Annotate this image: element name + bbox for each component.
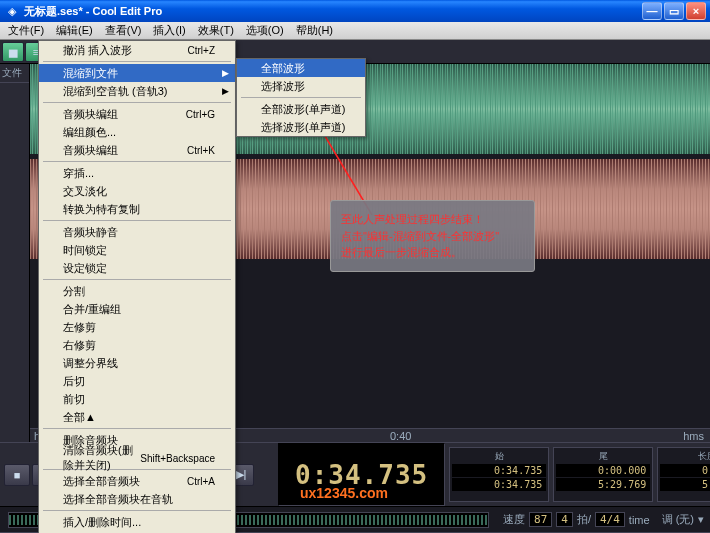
app-icon: ◈ — [4, 3, 20, 19]
menu-item[interactable]: 转换为特有复制 — [39, 200, 235, 218]
menu-options[interactable]: 选项(O) — [240, 21, 290, 40]
menu-file[interactable]: 文件(F) — [2, 21, 50, 40]
beat-label: 拍/ — [577, 512, 591, 527]
menu-item[interactable]: 前切 — [39, 390, 235, 408]
menu-item[interactable]: 音频块静音 — [39, 223, 235, 241]
ruler-tick: 0:40 — [390, 430, 411, 442]
maximize-button[interactable]: ▭ — [664, 2, 684, 20]
menu-item[interactable]: 选择全部音频块Ctrl+A — [39, 472, 235, 490]
menu-item[interactable]: 右修剪 — [39, 336, 235, 354]
mixdown-submenu: 全部波形选择波形全部波形(单声道)选择波形(单声道) — [236, 58, 366, 137]
ruler-unit-right: hms — [683, 430, 704, 442]
sig-value[interactable]: 4/4 — [595, 512, 625, 527]
time-value[interactable]: 0:00.000 — [660, 464, 710, 477]
time-value[interactable]: 0:34.735 — [452, 478, 546, 491]
panel-header: 尾 — [556, 450, 650, 463]
annotation-line: 进行最后一步混缩合成。 — [341, 244, 524, 261]
key-dropdown-icon[interactable]: ▾ — [698, 513, 704, 526]
files-panel-label: 文件 — [0, 64, 29, 83]
panel-header: 长度 — [660, 450, 710, 463]
time-unit: time — [629, 514, 650, 526]
time-value[interactable]: 5:29.769 — [660, 478, 710, 491]
stop-button[interactable]: ■ — [4, 464, 30, 486]
menu-item[interactable]: 编组颜色... — [39, 123, 235, 141]
submenu-item[interactable]: 选择波形(单声道) — [237, 118, 365, 136]
menu-view[interactable]: 查看(V) — [99, 21, 148, 40]
time-panel-end: 尾 0:00.000 5:29.769 — [553, 447, 653, 502]
bars-value[interactable]: 4 — [556, 512, 573, 527]
menu-item[interactable]: 时间锁定 — [39, 241, 235, 259]
side-panel: 文件 — [0, 64, 30, 442]
menu-help[interactable]: 帮助(H) — [290, 21, 339, 40]
annotation-line: 点击"编辑-混缩到文件-全部波形" — [341, 228, 524, 245]
menu-item[interactable]: 混缩到文件▶ — [39, 64, 235, 82]
time-panel-begin: 始 0:34.735 0:34.735 — [449, 447, 549, 502]
menu-item[interactable]: 清除音频块(删除并关闭)Shift+Backspace — [39, 449, 235, 467]
menu-insert[interactable]: 插入(I) — [147, 21, 191, 40]
speed-value[interactable]: 87 — [529, 512, 552, 527]
window-titlebar: ◈ 无标题.ses* - Cool Edit Pro — ▭ × — [0, 0, 710, 22]
time-panels: 始 0:34.735 0:34.735 尾 0:00.000 5:29.769 … — [445, 443, 710, 506]
key-label: 调 (无) — [662, 512, 694, 527]
menu-item[interactable]: 全部▲ — [39, 408, 235, 426]
key-controls: 调 (无) ▾ — [656, 512, 710, 527]
speed-label: 速度 — [503, 512, 525, 527]
submenu-item[interactable]: 选择波形 — [237, 77, 365, 95]
menu-item[interactable]: 选择全部音频块在音轨 — [39, 490, 235, 508]
time-value[interactable]: 0:00.000 — [556, 464, 650, 477]
menu-item[interactable]: 撤消 插入波形Ctrl+Z — [39, 41, 235, 59]
panel-header: 始 — [452, 450, 546, 463]
edit-menu-dropdown: 撤消 插入波形Ctrl+Z混缩到文件▶混缩到空音轨 (音轨3)▶音频块编组Ctr… — [38, 40, 236, 533]
waveform-view-button[interactable]: ▅ — [2, 42, 24, 62]
menu-item[interactable]: 分割 — [39, 282, 235, 300]
menu-effects[interactable]: 效果(T) — [192, 21, 240, 40]
minimize-button[interactable]: — — [642, 2, 662, 20]
tempo-controls: 速度 87 4 拍/ 4/4 time — [497, 512, 656, 527]
watermark: ux12345.com — [300, 485, 388, 501]
menu-item[interactable]: 合并/重编组 — [39, 300, 235, 318]
menu-item[interactable]: 混缩到空音轨 (音轨3)▶ — [39, 82, 235, 100]
tutorial-annotation: 至此人声处理过程四步结束！ 点击"编辑-混缩到文件-全部波形" 进行最后一步混缩… — [330, 200, 535, 272]
close-button[interactable]: × — [686, 2, 706, 20]
menu-item[interactable]: 交叉淡化 — [39, 182, 235, 200]
menu-item[interactable]: 调整分界线 — [39, 354, 235, 372]
menu-item[interactable]: 后切 — [39, 372, 235, 390]
submenu-item[interactable]: 全部波形(单声道) — [237, 100, 365, 118]
menu-item[interactable]: 插入/删除时间... — [39, 513, 235, 531]
menu-item[interactable]: 音频块编组Ctrl+K — [39, 141, 235, 159]
menu-item[interactable]: 左修剪 — [39, 318, 235, 336]
time-panel-length: 长度 0:00.000 5:29.769 — [657, 447, 710, 502]
annotation-line: 至此人声处理过程四步结束！ — [341, 211, 524, 228]
menu-item[interactable]: 穿插... — [39, 164, 235, 182]
window-title: 无标题.ses* - Cool Edit Pro — [24, 4, 640, 19]
menu-edit[interactable]: 编辑(E) — [50, 21, 99, 40]
menu-item[interactable]: 音频块编组Ctrl+G — [39, 105, 235, 123]
submenu-item[interactable]: 全部波形 — [237, 59, 365, 77]
menubar: 文件(F) 编辑(E) 查看(V) 插入(I) 效果(T) 选项(O) 帮助(H… — [0, 22, 710, 40]
time-value[interactable]: 0:34.735 — [452, 464, 546, 477]
menu-item[interactable]: 设定锁定 — [39, 259, 235, 277]
time-value[interactable]: 5:29.769 — [556, 478, 650, 491]
